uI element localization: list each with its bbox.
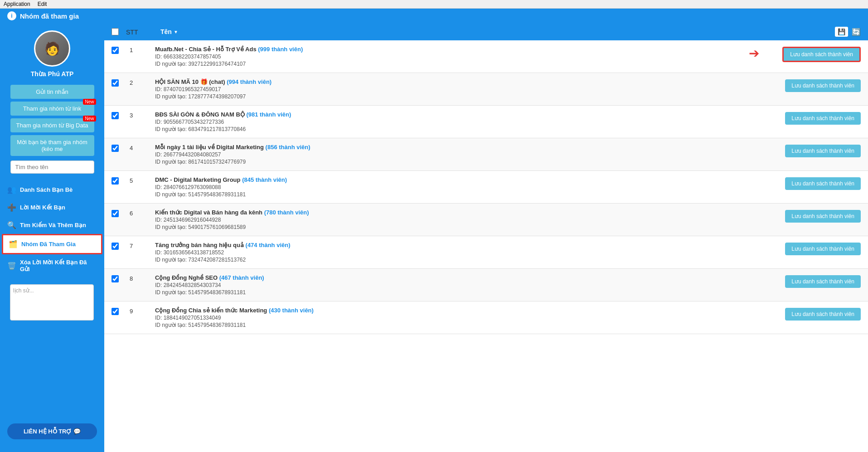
save-members-button[interactable]: Lưu danh sách thành viên bbox=[785, 210, 861, 223]
row-checkbox-wrap bbox=[112, 307, 122, 316]
col-stt-header: STT bbox=[126, 28, 153, 36]
row-action: Lưu danh sách thành viên bbox=[770, 144, 861, 157]
save-members-button[interactable]: Lưu danh sách thành viên bbox=[785, 145, 861, 157]
sidebar-item-loi-moi-ket-ban[interactable]: ➕ Lời Mời Kết Bạn bbox=[0, 199, 104, 216]
sidebar-item-nhom-da-tham-gia[interactable]: 🗂️ Nhóm Đã Tham Gia bbox=[2, 234, 102, 254]
row-checkbox[interactable] bbox=[112, 112, 119, 119]
group-id: ID: 188414902705133404​9 bbox=[155, 315, 763, 321]
member-count-link[interactable]: (430 thành viên) bbox=[269, 307, 314, 314]
join-link-button[interactable]: Tham gia nhóm từ link New bbox=[10, 102, 94, 116]
row-checkbox-wrap bbox=[112, 176, 122, 186]
menu-bar: Application Edit bbox=[0, 0, 868, 9]
row-stt: 9 bbox=[130, 307, 148, 315]
table-row: 9 Cộng Đồng Chia sẻ kiến thức Marketing … bbox=[104, 301, 868, 334]
sidebar-item-danh-sach-ban-be[interactable]: 👥 Danh Sách Bạn Bè bbox=[0, 181, 104, 199]
row-info: Muafb.Net - Chia Sẻ - Hỗ Trợ Về Ads (999… bbox=[155, 46, 742, 67]
row-stt: 2 bbox=[130, 78, 148, 86]
creator-id: ID người tạo: 17287774743982070​97 bbox=[155, 93, 763, 100]
row-action: Lưu danh sách thành viên bbox=[770, 307, 861, 321]
row-checkbox[interactable] bbox=[112, 177, 119, 185]
search-input[interactable] bbox=[10, 160, 94, 174]
table-body: 1 Muafb.Net - Chia Sẻ - Hỗ Trợ Về Ads (9… bbox=[104, 40, 868, 452]
row-checkbox[interactable] bbox=[112, 275, 119, 282]
member-count-link[interactable]: (474 thành viên) bbox=[246, 242, 291, 248]
save-members-button[interactable]: Lưu danh sách thành viên bbox=[785, 275, 861, 288]
member-count-link[interactable]: (981 thành viên) bbox=[246, 111, 291, 118]
sidebar-bottom: LIÊN HỆ HỖ TRỢ 💬 bbox=[0, 418, 104, 445]
row-checkbox[interactable] bbox=[112, 79, 119, 87]
row-info: Tăng trưởng bán hàng hiệu quả (474 thành… bbox=[155, 242, 763, 263]
support-button[interactable]: LIÊN HỆ HỖ TRỢ 💬 bbox=[7, 423, 97, 439]
save-members-button[interactable]: Lưu danh sách thành viên bbox=[785, 177, 861, 190]
row-action: Lưu danh sách thành viên bbox=[770, 242, 861, 255]
row-stt: 4 bbox=[130, 144, 148, 151]
row-stt: 3 bbox=[130, 111, 148, 119]
member-count-link[interactable]: (845 thành viên) bbox=[242, 176, 287, 183]
row-action: Lưu danh sách thành viên bbox=[770, 274, 861, 288]
sidebar-item-xoa-loi-moi[interactable]: 🗑️ Xóa Lời Mời Kết Bạn Đã Gửi bbox=[0, 254, 104, 277]
save-members-button[interactable]: Lưu danh sách thành viên bbox=[782, 47, 861, 62]
header-refresh-icon[interactable]: 🔄 bbox=[852, 27, 861, 37]
row-stt: 8 bbox=[130, 274, 148, 282]
col-ten-header[interactable]: Tên ▼ bbox=[160, 28, 763, 35]
group-id: ID: 284076612976309808​8 bbox=[155, 184, 763, 190]
menu-application[interactable]: Application bbox=[4, 1, 30, 7]
creator-id: ID người tạo: 51457954836789311​81 bbox=[155, 191, 763, 198]
row-checkbox-wrap bbox=[112, 144, 122, 153]
row-checkbox[interactable] bbox=[112, 243, 119, 250]
row-checkbox-wrap bbox=[112, 111, 122, 121]
search-icon: 🔍 bbox=[7, 221, 16, 229]
group-id: ID: 245134696291604492​8 bbox=[155, 217, 763, 223]
invite-friends-button[interactable]: Mời bạn bè tham gia nhóm (kéo me bbox=[10, 135, 94, 156]
group-name: Kiến thức Digital và Bán hàng đa kênh (7… bbox=[155, 209, 763, 216]
row-checkbox[interactable] bbox=[112, 47, 119, 54]
content-area: STT Tên ▼ 💾 🔄 1 Muafb.Net - Chia Sẻ - Hỗ… bbox=[104, 23, 868, 452]
row-checkbox-wrap bbox=[112, 274, 122, 284]
top-bar-title: Nhóm đã tham gia bbox=[20, 12, 79, 20]
creator-id: ID người tạo: 51457954836789311​81 bbox=[155, 322, 763, 328]
row-info: Mỗi ngày 1 tài liệu về Digital Marketing… bbox=[155, 144, 763, 165]
table-row: 5 DMC - Digital Marketing Group (845 thà… bbox=[104, 171, 868, 204]
member-count-link[interactable]: (467 thành viên) bbox=[219, 274, 264, 281]
member-count-link[interactable]: (856 thành viên) bbox=[266, 144, 310, 151]
group-name: BĐS SÀI GÒN & ĐÔNG NAM BỘ (981 thành viê… bbox=[155, 111, 763, 118]
table-row: 4 Mỗi ngày 1 tài liệu về Digital Marketi… bbox=[104, 138, 868, 171]
table-row: 2 HỘI SĂN MÃ 10 🎁 (chat) (994 thành viên… bbox=[104, 73, 868, 106]
sidebar-nav: 👥 Danh Sách Bạn Bè ➕ Lời Mời Kết Bạn 🔍 T… bbox=[0, 181, 104, 277]
creator-id: ID người tạo: 51457954836789311​81 bbox=[155, 289, 763, 296]
users-icon: 👥 bbox=[7, 185, 16, 194]
member-count-link[interactable]: (999 thành viên) bbox=[258, 46, 303, 53]
info-icon: i bbox=[7, 11, 16, 20]
group-name: Cộng Đồng Nghề SEO (467 thành viên) bbox=[155, 274, 763, 281]
save-members-button[interactable]: Lưu danh sách thành viên bbox=[785, 243, 861, 255]
row-checkbox-wrap bbox=[112, 242, 122, 251]
header-save-icon[interactable]: 💾 bbox=[835, 27, 848, 37]
table-header: STT Tên ▼ 💾 🔄 bbox=[104, 23, 868, 40]
menu-edit[interactable]: Edit bbox=[38, 1, 47, 7]
row-checkbox[interactable] bbox=[112, 210, 119, 217]
save-members-button[interactable]: Lưu danh sách thành viên bbox=[785, 308, 861, 321]
sidebar-item-tim-kiem-them-ban[interactable]: 🔍 Tìm Kiếm Và Thêm Bạn bbox=[0, 216, 104, 234]
member-count-link[interactable]: (994 thành viên) bbox=[227, 78, 272, 85]
send-message-button[interactable]: Gửi tin nhắn bbox=[10, 85, 94, 99]
row-checkbox[interactable] bbox=[112, 145, 119, 152]
layers-icon: 🗂️ bbox=[9, 240, 18, 248]
row-info: BĐS SÀI GÒN & ĐÔNG NAM BỘ (981 thành viê… bbox=[155, 111, 763, 132]
sort-arrow-icon: ▼ bbox=[174, 29, 178, 34]
select-all-checkbox[interactable] bbox=[112, 28, 119, 35]
group-name: HỘI SĂN MÃ 10 🎁 (chat) (994 thành viên) bbox=[155, 78, 763, 85]
group-name: Mỗi ngày 1 tài liệu về Digital Marketing… bbox=[155, 144, 763, 151]
row-info: Cộng Đồng Nghề SEO (467 thành viên) ID: … bbox=[155, 274, 763, 296]
save-members-button[interactable]: Lưu danh sách thành viên bbox=[785, 79, 861, 92]
user-name: Thừa Phú ATP bbox=[31, 70, 74, 78]
join-bigdata-button[interactable]: Tham gia nhóm từ Big Data New bbox=[10, 118, 94, 132]
row-stt: 5 bbox=[130, 176, 148, 184]
save-members-button[interactable]: Lưu danh sách thành viên bbox=[785, 112, 861, 125]
member-count-link[interactable]: (780 thành viên) bbox=[264, 209, 309, 216]
creator-id: ID người tạo: 54901757610696815​89 bbox=[155, 224, 763, 230]
table-row: 3 BĐS SÀI GÒN & ĐÔNG NAM BỘ (981 thành v… bbox=[104, 106, 868, 138]
row-info: Cộng Đồng Chia sẻ kiến thức Marketing (4… bbox=[155, 307, 763, 328]
row-stt: 7 bbox=[130, 242, 148, 249]
row-checkbox[interactable] bbox=[112, 308, 119, 315]
row-action: Lưu danh sách thành viên bbox=[770, 46, 861, 62]
